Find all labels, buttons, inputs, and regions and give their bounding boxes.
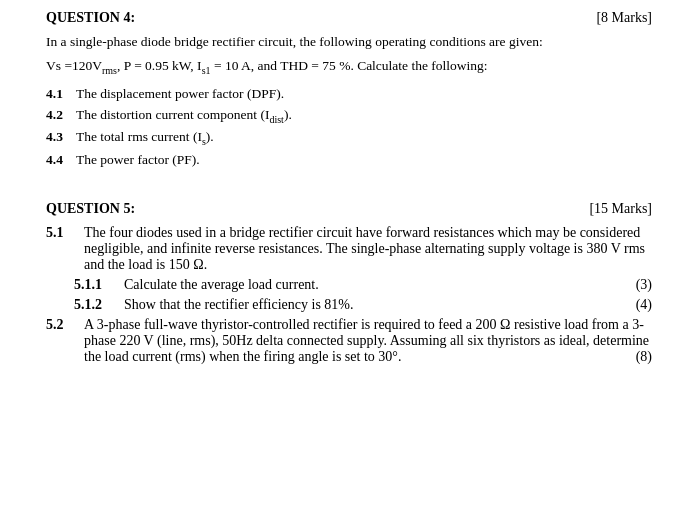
s1-sub: s1 (202, 65, 211, 76)
q5-51-text: The four diodes used in a bridge rectifi… (84, 225, 652, 273)
dist-sub: dist (269, 113, 283, 124)
q5-512-label: 5.1.2 (74, 297, 124, 313)
q5-51-label: 5.1 (46, 225, 84, 241)
q5-512-mark: (4) (622, 297, 652, 313)
q5-511-label: 5.1.1 (74, 277, 124, 293)
s-sub: s (202, 136, 206, 147)
q5-52-mark: (8) (636, 349, 652, 365)
q4-item-1-label: 4.1 (46, 86, 76, 102)
section-gap (46, 173, 652, 201)
rms-sub: rms (102, 65, 117, 76)
q4-header: QUESTION 4: [8 Marks] (46, 10, 652, 26)
q4-given: Vs =120Vrms, P = 0.95 kW, Is1 = 10 A, an… (46, 58, 652, 76)
q4-item-2-label: 4.2 (46, 107, 76, 123)
q4-item-1: 4.1 The displacement power factor (DPF). (46, 86, 652, 102)
q4-title: QUESTION 4: (46, 10, 135, 26)
q5-item-511: 5.1.1 Calculate the average load current… (46, 277, 652, 293)
q5-item-51: 5.1 The four diodes used in a bridge rec… (46, 225, 652, 273)
q5-512-text: Show that the rectifier efficiency is 81… (124, 297, 622, 313)
q4-item-4-label: 4.4 (46, 152, 76, 168)
q4-item-3: 4.3 The total rms current (Is). (46, 129, 652, 147)
q4-intro: In a single-phase diode bridge rectifier… (46, 34, 652, 50)
q4-item-3-text: The total rms current (Is). (76, 129, 652, 147)
question-5: QUESTION 5: [15 Marks] 5.1 The four diod… (46, 201, 652, 365)
q5-52-label: 5.2 (46, 317, 84, 333)
q4-marks: [8 Marks] (596, 10, 652, 26)
q5-52-text: A 3-phase full-wave thyristor-controlled… (84, 317, 652, 365)
question-4: QUESTION 4: [8 Marks] In a single-phase … (46, 10, 652, 168)
q5-item-52: 5.2 A 3-phase full-wave thyristor-contro… (46, 317, 652, 365)
q4-item-4: 4.4 The power factor (PF). (46, 152, 652, 168)
q4-item-1-text: The displacement power factor (DPF). (76, 86, 652, 102)
q5-header: QUESTION 5: [15 Marks] (46, 201, 652, 217)
q5-item-512: 5.1.2 Show that the rectifier efficiency… (46, 297, 652, 313)
q5-title: QUESTION 5: (46, 201, 135, 217)
q4-item-2: 4.2 The distortion current component (Id… (46, 107, 652, 125)
q4-item-3-label: 4.3 (46, 129, 76, 145)
q4-item-2-text: The distortion current component (Idist)… (76, 107, 652, 125)
q5-511-text: Calculate the average load current. (124, 277, 622, 293)
q5-marks: [15 Marks] (589, 201, 652, 217)
q5-511-mark: (3) (622, 277, 652, 293)
q4-item-4-text: The power factor (PF). (76, 152, 652, 168)
